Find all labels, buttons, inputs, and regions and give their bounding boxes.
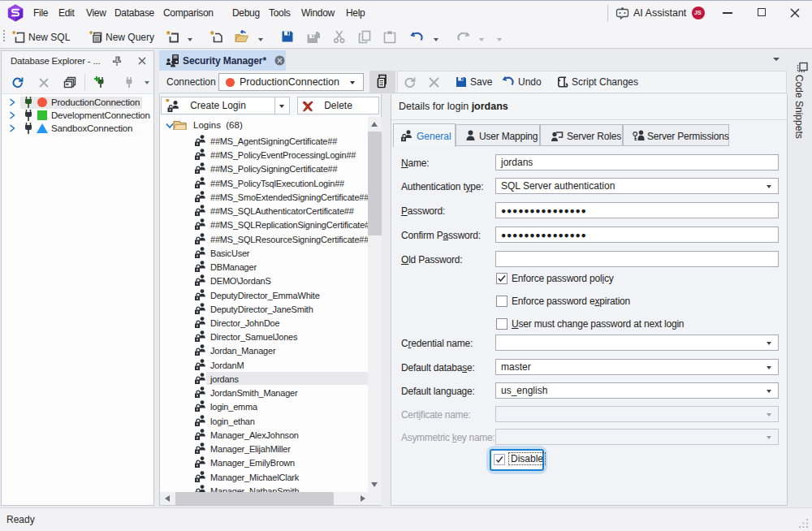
svg-text:*: * — [166, 30, 171, 41]
svg-text:*: * — [89, 30, 93, 39]
svg-text:*: * — [210, 30, 214, 41]
svg-text:*: * — [12, 30, 16, 39]
